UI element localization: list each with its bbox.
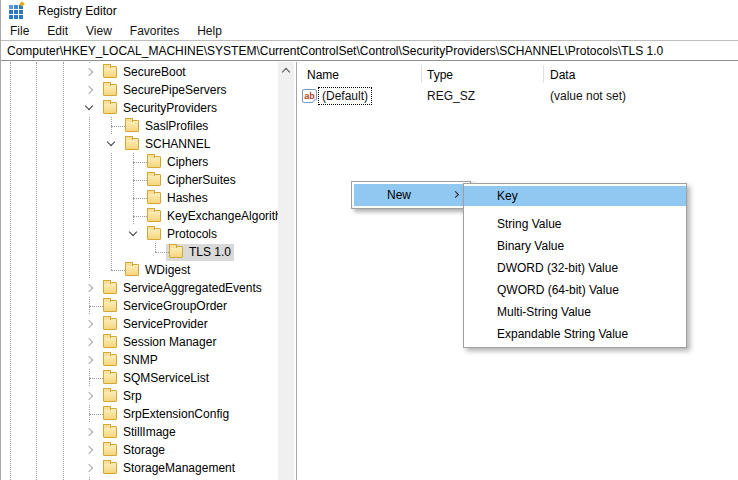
tree-expander (81, 369, 97, 387)
submenu-item-key[interactable]: Key (464, 186, 686, 206)
folder-icon (103, 444, 117, 456)
tree-item-label: SecureBoot (123, 65, 186, 79)
tree-item-tls-1-0[interactable]: TLS 1.0 (1, 243, 278, 261)
tree-item-label: KeyExchangeAlgorithms (167, 209, 278, 223)
submenu-item-binary-value[interactable]: Binary Value (464, 235, 686, 257)
tree-item-serviceaggregatedevents[interactable]: ServiceAggregatedEvents (1, 279, 278, 297)
tree-expander (147, 243, 163, 261)
tree-expander[interactable] (81, 279, 97, 297)
submenu-item-label: Expandable String Value (497, 327, 628, 341)
tree-expander[interactable] (81, 315, 97, 333)
menu-view[interactable]: View (77, 23, 121, 39)
pane-splitter[interactable] (296, 62, 297, 480)
menu-help[interactable]: Help (188, 23, 231, 39)
column-separator[interactable] (543, 65, 544, 83)
tree-item-protocols[interactable]: Protocols (1, 225, 278, 243)
tree-item-srp[interactable]: Srp (1, 387, 278, 405)
registry-tree-pane[interactable]: SecureBoot SecurePipeServers SecurityPro… (1, 62, 278, 480)
value-row-default[interactable]: ab (Default) REG_SZ (value not set) (299, 88, 738, 106)
folder-icon (103, 426, 117, 438)
tree-expander (125, 153, 141, 171)
submenu-item-label: Binary Value (497, 239, 564, 253)
context-menu-item-new[interactable]: New (354, 184, 468, 206)
folder-icon (103, 336, 117, 348)
string-value-icon: ab (302, 89, 317, 103)
tree-item-securepipeservers[interactable]: SecurePipeServers (1, 81, 278, 99)
tree-expander[interactable] (81, 423, 97, 441)
column-header-type[interactable]: Type (427, 68, 453, 82)
title-bar[interactable]: Registry Editor (1, 0, 738, 22)
submenu-arrow-icon (452, 191, 459, 198)
submenu-item-string-value[interactable]: String Value (464, 213, 686, 235)
menu-file[interactable]: File (1, 23, 38, 39)
submenu-item-dword-32-bit-value[interactable]: DWORD (32-bit) Value (464, 257, 686, 279)
tree-item-ciphersuites[interactable]: CipherSuites (1, 171, 278, 189)
tree-vertical-scrollbar[interactable] (278, 62, 294, 480)
submenu-item-qword-64-bit-value[interactable]: QWORD (64-bit) Value (464, 279, 686, 301)
tree-item-label: Storage (123, 443, 165, 457)
tree-item-label: SrpExtensionConfig (123, 407, 229, 421)
tree-item-label: Hashes (167, 191, 208, 205)
folder-icon (125, 264, 139, 276)
folder-icon (147, 210, 161, 222)
column-header-data[interactable]: Data (550, 68, 575, 82)
tree-item-label: TLS 1.0 (189, 245, 231, 259)
tree-expander[interactable] (103, 135, 119, 153)
tree-item-srpextensionconfig[interactable]: SrpExtensionConfig (1, 405, 278, 423)
tree-expander (81, 405, 97, 423)
tree-item-secureboot[interactable]: SecureBoot (1, 63, 278, 81)
list-header: Name Type Data (299, 62, 738, 86)
folder-icon (103, 66, 117, 78)
tree-item-hashes[interactable]: Hashes (1, 189, 278, 207)
tree-expander[interactable] (81, 99, 97, 117)
column-separator[interactable] (421, 65, 422, 83)
tree-item-label: SCHANNEL (145, 137, 210, 151)
tree-item-session-manager[interactable]: Session Manager (1, 333, 278, 351)
submenu-item-label: Key (497, 189, 518, 203)
tree-item-label: SaslProfiles (145, 119, 208, 133)
tree-item-wdigest[interactable]: WDigest (1, 261, 278, 279)
tree-expander (125, 189, 141, 207)
context-menu-item-label: New (387, 188, 411, 202)
folder-icon (147, 228, 161, 240)
folder-icon (169, 246, 183, 258)
submenu-item-expandable-string-value[interactable]: Expandable String Value (464, 323, 686, 345)
tree-item-servicegrouporder[interactable]: ServiceGroupOrder (1, 297, 278, 315)
tree-expander[interactable] (125, 225, 141, 243)
tree-item-saslprofiles[interactable]: SaslProfiles (1, 117, 278, 135)
menu-favorites[interactable]: Favorites (121, 23, 188, 39)
address-input[interactable] (1, 41, 738, 60)
tree-item-label: Protocols (167, 227, 217, 241)
tree-item-storage[interactable]: Storage (1, 441, 278, 459)
tree-item-label: SecurePipeServers (123, 83, 226, 97)
tree-expander[interactable] (81, 81, 97, 99)
tree-item-keyexchangealgorithms[interactable]: KeyExchangeAlgorithms (1, 207, 278, 225)
tree-item-label: ServiceAggregatedEvents (123, 281, 262, 295)
tree-expander[interactable] (81, 441, 97, 459)
tree-item-label: WDigest (145, 263, 190, 277)
tree-item-securityproviders[interactable]: SecurityProviders (1, 99, 278, 117)
tree-expander[interactable] (81, 387, 97, 405)
tree-expander[interactable] (81, 333, 97, 351)
submenu-item-label: String Value (497, 217, 561, 231)
tree-item-sqmservicelist[interactable]: SQMServiceList (1, 369, 278, 387)
registry-editor-window: Registry Editor File Edit View Favorites… (0, 0, 738, 480)
tree-item-storagemanagement[interactable]: StorageManagement (1, 459, 278, 477)
tree-expander[interactable] (81, 351, 97, 369)
submenu-item-multi-string-value[interactable]: Multi-String Value (464, 301, 686, 323)
tree-expander[interactable] (81, 459, 97, 477)
folder-icon (103, 282, 117, 294)
column-header-name[interactable]: Name (307, 68, 339, 82)
tree-item-snmp[interactable]: SNMP (1, 351, 278, 369)
tree-item-label: StorageManagement (123, 461, 235, 475)
tree-item-stillimage[interactable]: StillImage (1, 423, 278, 441)
tree-item-serviceprovider[interactable]: ServiceProvider (1, 315, 278, 333)
tree-item-ciphers[interactable]: Ciphers (1, 153, 278, 171)
scrollbar-up-button[interactable] (278, 62, 294, 79)
tree-item-schannel[interactable]: SCHANNEL (1, 135, 278, 153)
folder-icon (103, 390, 117, 402)
menu-edit[interactable]: Edit (38, 23, 77, 39)
tree-expander[interactable] (81, 63, 97, 81)
value-name[interactable]: (Default) (319, 88, 371, 104)
tree-item-label: StillImage (123, 425, 176, 439)
